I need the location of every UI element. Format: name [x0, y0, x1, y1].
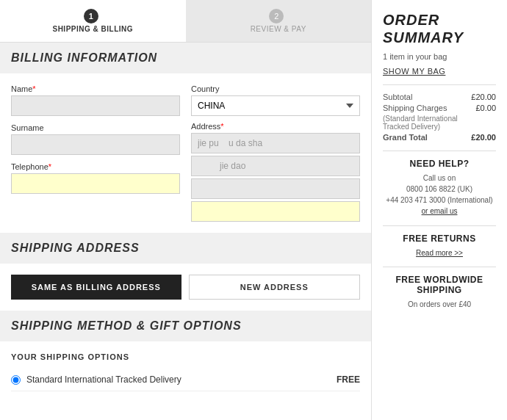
order-summary-title: ORDERSUMMARY: [383, 11, 496, 46]
name-group: Name*: [11, 84, 180, 116]
address-label: Address*: [191, 122, 360, 131]
shipping-label: Shipping Charges: [383, 104, 475, 112]
surname-input[interactable]: [11, 134, 180, 155]
new-address-button[interactable]: NEW ADDRESS: [189, 275, 361, 300]
shipping-option[interactable]: Standard International Tracked Delivery …: [11, 369, 360, 391]
need-help-title: NEED HELP?: [383, 159, 496, 169]
shipping-option-label: Standard International Tracked Delivery: [26, 374, 337, 385]
read-more-link[interactable]: Read more >>: [416, 249, 463, 257]
same-as-billing-button[interactable]: SAME AS BILLING ADDRESS: [11, 275, 181, 300]
grand-total-value: £20.00: [471, 133, 496, 142]
email-us-link[interactable]: or email us: [422, 207, 458, 215]
sidebar: ORDERSUMMARY 1 item in your bag SHOW MY …: [371, 0, 507, 420]
need-help-section: NEED HELP? Call us on 0800 106 8822 (UK)…: [383, 151, 496, 217]
shipping-row: Shipping Charges £0.00: [383, 104, 496, 112]
subtotal-value: £20.00: [471, 93, 496, 101]
steps-bar: 1 SHIPPING & BILLING 2 REVIEW & PAY: [0, 0, 371, 43]
subtotal-label: Subtotal: [383, 93, 471, 101]
telephone-input[interactable]: [11, 173, 180, 194]
worldwide-shipping-title: FREE WORLDWIDESHIPPING: [383, 275, 496, 295]
subtotal-row: Subtotal £20.00: [383, 93, 496, 101]
country-label: Country: [191, 84, 360, 93]
step-1-label: SHIPPING & BILLING: [7, 25, 179, 33]
address-line4-input[interactable]: [191, 201, 360, 222]
shipping-options-title: YOUR SHIPPING OPTIONS: [11, 352, 360, 361]
surname-group: Surname: [11, 123, 180, 155]
step-review-pay[interactable]: 2 REVIEW & PAY: [186, 0, 372, 42]
step-1-number: 1: [84, 9, 98, 23]
address-line1-input[interactable]: [191, 133, 360, 153]
worldwide-shipping-section: FREE WORLDWIDESHIPPING On orders over £4…: [383, 267, 496, 310]
shipping-method-header: SHIPPING METHOD & GIFT OPTIONS: [0, 311, 371, 341]
shipping-option-radio[interactable]: [11, 375, 21, 385]
free-returns-section: FREE RETURNS Read more >>: [383, 225, 496, 258]
free-returns-title: FREE RETURNS: [383, 233, 496, 244]
telephone-group: Telephone*: [11, 162, 180, 194]
billing-section-header: BILLING INFORMATION: [0, 43, 371, 73]
help-text: Call us on 0800 106 8822 (UK) +44 203 47…: [383, 173, 496, 217]
step-2-label: REVIEW & PAY: [193, 25, 364, 33]
address-line3-input[interactable]: [191, 178, 360, 199]
country-group: Country CHINA: [191, 84, 360, 116]
bag-info: 1 item in your bag: [383, 52, 496, 61]
address-line2-input[interactable]: [191, 156, 360, 176]
name-label: Name*: [11, 84, 180, 93]
worldwide-shipping-text: On orders over £40: [383, 299, 496, 310]
telephone-label: Telephone*: [11, 162, 180, 171]
shipping-option-price: FREE: [337, 374, 360, 385]
shipping-sub: (Standard InternationalTracked Delivery): [383, 115, 496, 131]
step-2-number: 2: [269, 9, 284, 23]
shipping-value: £0.00: [475, 104, 496, 112]
address-group: Address*: [191, 122, 360, 222]
step-shipping-billing[interactable]: 1 SHIPPING & BILLING: [0, 0, 186, 42]
shipping-address-header: SHIPPING ADDRESS: [0, 233, 371, 264]
sidebar-divider-1: [383, 84, 496, 85]
country-select[interactable]: CHINA: [191, 95, 360, 116]
grand-total-label: Grand Total: [383, 133, 471, 142]
surname-label: Surname: [11, 123, 180, 132]
show-my-bag-link[interactable]: SHOW MY BAG: [383, 67, 496, 76]
grand-total-row: Grand Total £20.00: [383, 133, 496, 142]
name-input[interactable]: [11, 95, 180, 116]
